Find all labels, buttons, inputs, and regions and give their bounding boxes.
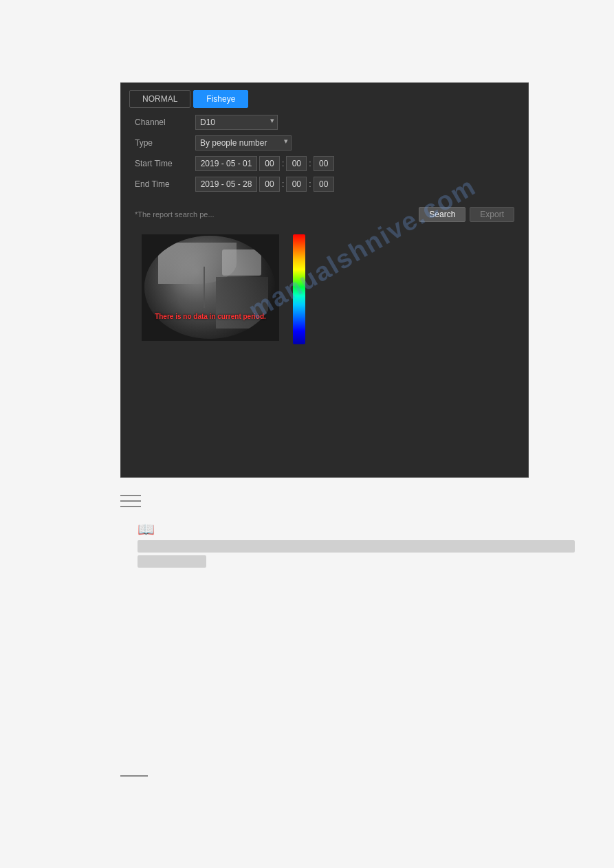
search-button[interactable]: Search <box>419 207 465 222</box>
book-icon: 📖 <box>138 521 155 537</box>
end-sep2: : <box>309 179 311 189</box>
end-date-input[interactable] <box>195 177 257 192</box>
heatmap-gradient-bar <box>293 234 305 344</box>
type-row: Type By people number <box>135 135 514 151</box>
channel-row: Channel D10 <box>135 115 514 130</box>
deco-line-1 <box>120 495 141 496</box>
start-time-row: Start Time : : <box>135 156 514 171</box>
fisheye-circle <box>144 236 275 339</box>
end-time-row: End Time : : <box>135 177 514 192</box>
channel-label: Channel <box>135 118 190 127</box>
note-block <box>138 540 575 568</box>
tab-fisheye[interactable]: Fisheye <box>193 90 248 108</box>
button-group: Search Export <box>419 207 514 222</box>
start-sep1: : <box>282 159 284 168</box>
end-hh-input[interactable] <box>259 177 280 192</box>
start-date-input[interactable] <box>195 156 257 171</box>
fisheye-inner <box>144 236 275 339</box>
tab-normal[interactable]: NORMAL <box>129 90 190 108</box>
bottom-lines <box>120 495 141 511</box>
end-time-group: : : <box>195 177 334 192</box>
tab-row: NORMAL Fisheye <box>121 83 528 108</box>
form-area: Channel D10 Type By people number St <box>121 108 528 204</box>
start-time-group: : : <box>195 156 334 171</box>
note-text: *The report search pe... <box>135 210 215 219</box>
no-data-message: There is no data in current period. <box>155 313 266 320</box>
start-mm-input[interactable] <box>286 156 307 171</box>
export-button[interactable]: Export <box>470 207 514 222</box>
type-select-wrapper[interactable]: By people number <box>195 135 292 151</box>
start-sep2: : <box>309 159 311 168</box>
end-mm-input[interactable] <box>286 177 307 192</box>
page-wrapper: NORMAL Fisheye Channel D10 Type By peopl… <box>0 0 614 868</box>
end-time-label: End Time <box>135 179 190 189</box>
camera-image: There is no data in current period. <box>142 234 279 341</box>
end-sep1: : <box>282 179 284 189</box>
channel-select[interactable]: D10 <box>195 115 278 130</box>
type-label: Type <box>135 138 190 148</box>
content-area: There is no data in current period. <box>121 227 528 351</box>
note-bar-full <box>138 540 575 553</box>
type-select[interactable]: By people number <box>195 135 292 151</box>
main-panel: NORMAL Fisheye Channel D10 Type By peopl… <box>120 82 529 478</box>
start-hh-input[interactable] <box>259 156 280 171</box>
book-area: 📖 <box>138 521 155 537</box>
start-time-label: Start Time <box>135 159 190 168</box>
bottom-note-line <box>120 775 148 777</box>
channel-select-wrapper[interactable]: D10 <box>195 115 278 130</box>
deco-line-3 <box>120 506 141 507</box>
end-ss-input[interactable] <box>314 177 334 192</box>
deco-line-2 <box>120 500 141 502</box>
action-row: *The report search pe... Search Export <box>121 204 528 227</box>
start-ss-input[interactable] <box>314 156 334 171</box>
note-bar-short <box>138 555 206 568</box>
